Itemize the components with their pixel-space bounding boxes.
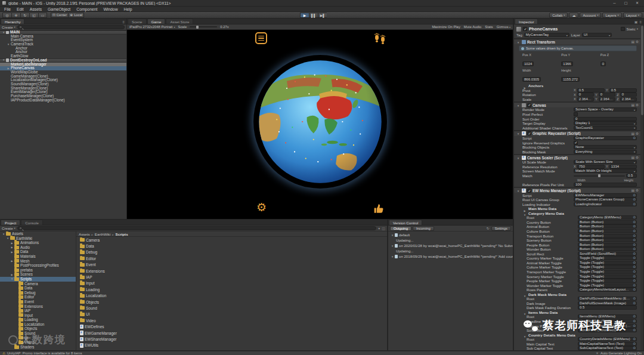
tab-version-control[interactable]: Version Control bbox=[389, 220, 422, 225]
field-rotation-x[interactable]: 0 bbox=[577, 92, 594, 97]
dropdown-blocking-objects[interactable]: None bbox=[574, 145, 637, 149]
object-field-culture-button[interactable]: Button (Button) bbox=[578, 229, 637, 233]
menu-edit[interactable]: Edit bbox=[14, 7, 27, 12]
project-folder-objects[interactable]: Objects bbox=[0, 326, 76, 331]
project-folder-postprocessingprofiles[interactable]: PostProcessingProfiles bbox=[0, 263, 76, 268]
settings-button[interactable]: Settings bbox=[491, 226, 511, 231]
object-field-root-ui-canvas-group[interactable]: PhoneCanvas (Canvas Group) bbox=[574, 197, 637, 202]
help-icon[interactable]: ▤ bbox=[631, 40, 634, 44]
foldout-arrow-icon[interactable] bbox=[10, 258, 14, 264]
breadcrumb-segment[interactable]: Scripts bbox=[116, 232, 132, 236]
field-pos-z[interactable]: 0 bbox=[600, 61, 606, 66]
object-field-scenery-marker-toggle[interactable]: Toggle (Toggle) bbox=[578, 274, 637, 279]
field-pivot-y[interactable]: 0.5 bbox=[609, 88, 637, 92]
asset-ewgamemanager[interactable]: EWGameManager bbox=[76, 330, 387, 336]
field-scale-y[interactable]: 2.364813 bbox=[599, 97, 615, 101]
project-create-button[interactable]: Create bbox=[2, 226, 16, 230]
component-header-canvas-scaler-script[interactable]: Canvas Scaler (Script)▤⚙ bbox=[514, 155, 640, 160]
field-pivot-x[interactable]: 0.5 bbox=[577, 88, 605, 92]
game-toolbar-mute-audio[interactable]: Mute Audio bbox=[464, 25, 481, 29]
layer-dropdown[interactable]: UI bbox=[582, 33, 612, 37]
pivot-toggle-button[interactable]: ⊡ Center bbox=[51, 13, 68, 18]
component-header-canvas[interactable]: Canvas▤⚙ bbox=[514, 102, 640, 107]
panel-menu-icon[interactable]: ≡ bbox=[122, 20, 125, 24]
gameobject-name[interactable]: PhoneCanvas bbox=[529, 26, 619, 32]
active-checkbox[interactable] bbox=[523, 27, 527, 31]
component-enabled-checkbox[interactable] bbox=[527, 189, 531, 193]
lock-icon[interactable]: ▣ bbox=[634, 20, 638, 24]
game-toolbar-stats[interactable]: Stats bbox=[485, 25, 493, 29]
status-message[interactable]: UnityIAP: Promo interface is available f… bbox=[7, 351, 82, 355]
asset-camera[interactable]: Camera bbox=[76, 237, 387, 243]
rotate-tool-icon[interactable]: ↻ bbox=[20, 13, 29, 18]
asset-video[interactable]: Video bbox=[76, 317, 387, 323]
asset-editor[interactable]: Editor bbox=[76, 255, 387, 261]
object-field-scenery-button[interactable]: Button (Button) bbox=[578, 238, 637, 242]
game-toolbar-maximize-on-play[interactable]: Maximize On Play bbox=[432, 25, 460, 29]
field-scale-x[interactable]: 2.364813 bbox=[577, 97, 594, 101]
vc-mode-incoming[interactable]: Incoming bbox=[413, 226, 434, 231]
object-field-root[interactable]: CategoryMenu (EWMenu) bbox=[578, 215, 637, 220]
footprints-icon[interactable] bbox=[373, 31, 388, 45]
changelist-row[interactable]: default bbox=[388, 232, 513, 237]
dropdown-target-display[interactable]: Display 1 bbox=[574, 121, 637, 125]
project-folder-localization[interactable]: Localization bbox=[0, 322, 76, 327]
hand-tool-icon[interactable]: ◎ bbox=[2, 13, 11, 18]
project-folder-event[interactable]: Event bbox=[0, 300, 76, 304]
object-field-scroll-rect[interactable]: ScrollField (ScrollRect) bbox=[578, 252, 637, 256]
play-button[interactable]: ▶ bbox=[300, 13, 309, 18]
tab-hierarchy[interactable]: Hierarchy bbox=[1, 18, 24, 24]
project-folder-data[interactable]: Data bbox=[0, 286, 76, 291]
project-folder-extensions[interactable]: Extensions bbox=[0, 304, 76, 309]
object-field-script[interactable]: GraphicRaycaster bbox=[574, 136, 637, 140]
static-toggle[interactable]: Static ▾ bbox=[621, 27, 638, 31]
row-anchors[interactable]: Anchors bbox=[514, 84, 640, 88]
tab-console[interactable]: Console bbox=[21, 220, 43, 225]
asset-input[interactable]: Input bbox=[76, 280, 387, 286]
tab-scene[interactable]: Scene bbox=[128, 18, 147, 24]
asset-sound[interactable]: Sound bbox=[76, 305, 387, 311]
project-folder-debug[interactable]: Debug bbox=[0, 291, 76, 295]
object-field-loading-indicator[interactable]: LoadingIndicator bbox=[574, 202, 637, 206]
foldout-arrow-icon[interactable] bbox=[390, 243, 395, 248]
component-header-ew-menu-manager-script[interactable]: EW Menu Manager (Script)▤⚙ bbox=[514, 187, 640, 193]
rect-tool-icon[interactable]: ▭ bbox=[38, 13, 47, 18]
object-field-main-capital-text[interactable]: MainCapitalNameText (Text) bbox=[578, 342, 637, 346]
gear-icon[interactable]: ⚙ bbox=[636, 132, 639, 135]
panel-menu-icon[interactable]: ≡ bbox=[639, 20, 642, 24]
scrollbar-thumb[interactable] bbox=[641, 26, 643, 115]
hidden-packages-icon[interactable]: ◫ bbox=[382, 226, 385, 230]
hierarchy-search-input[interactable] bbox=[17, 25, 125, 29]
breadcrumb-segment[interactable]: Assets bbox=[79, 232, 95, 236]
layers-button[interactable]: Layers▾ bbox=[602, 13, 621, 18]
game-toolbar-gizmos[interactable]: Gizmos bbox=[497, 25, 510, 29]
object-field-root[interactable]: DarkFullScreenMaskMenu (EWMenu) bbox=[578, 297, 637, 301]
checkbox-ignore-reversed-graphics[interactable] bbox=[574, 141, 578, 145]
menu-file[interactable]: File bbox=[1, 7, 14, 12]
object-field-dark-image[interactable]: DarkFullScreenMask (Image) bbox=[578, 301, 637, 305]
slider-thumb[interactable] bbox=[598, 174, 600, 177]
maximize-button[interactable]: ▢ bbox=[621, 0, 630, 7]
step-button[interactable]: ▶▌ bbox=[318, 13, 327, 18]
asset-event[interactable]: Event bbox=[76, 262, 387, 268]
pause-button[interactable]: ▌▌ bbox=[309, 13, 318, 18]
object-field-wonder-button[interactable]: Button (Button) bbox=[578, 247, 637, 251]
object-field-animal-button[interactable]: Button (Button) bbox=[578, 224, 637, 229]
gear-icon[interactable]: ⚙ bbox=[636, 40, 639, 44]
asset-loading[interactable]: Loading bbox=[76, 286, 387, 292]
object-field-transport-button[interactable]: Button (Button) bbox=[578, 234, 637, 238]
vc-mode-outgoing[interactable]: Outgoing bbox=[390, 226, 411, 231]
object-field-animal-marker-toggle[interactable]: Toggle (Toggle) bbox=[578, 261, 637, 265]
row-main-menu-data[interactable]: Main Menu Data bbox=[514, 206, 640, 211]
row-dark-mask-menu-data[interactable]: Dark Mask Menu Data bbox=[514, 292, 640, 297]
field-sort-order[interactable]: 0 bbox=[574, 117, 637, 121]
close-button[interactable]: ✕ bbox=[633, 0, 642, 7]
tab-asset-store[interactable]: Asset Store bbox=[166, 18, 193, 24]
object-field-rows-parent[interactable]: CategoryMenuVerticalLayoutGroup (Rect Tr… bbox=[578, 288, 637, 292]
project-folder-iap[interactable]: IAP bbox=[0, 308, 76, 313]
move-tool-icon[interactable]: ✛ bbox=[11, 13, 20, 18]
foldout-arrow-icon[interactable] bbox=[10, 249, 14, 255]
layout-button[interactable]: Layout▾ bbox=[623, 13, 642, 18]
tab-inspector[interactable]: Inspector bbox=[515, 18, 538, 24]
foldout-arrow-icon[interactable] bbox=[1, 58, 6, 63]
